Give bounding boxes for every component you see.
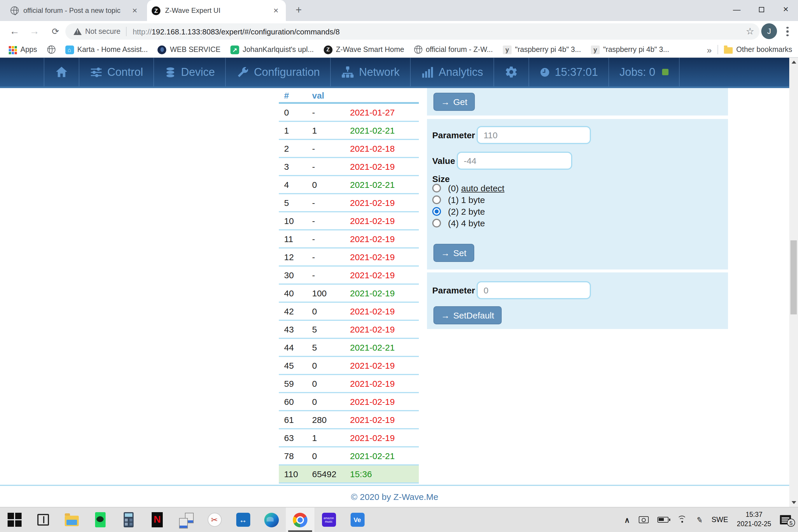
size-radio-option[interactable]: (4) 4 byte (432, 217, 504, 229)
table-row[interactable]: 2 - 2021-02-18 (279, 140, 419, 158)
bookmark-item[interactable]: Apps (8, 45, 37, 54)
table-row[interactable]: 11 - 2021-02-19 (279, 230, 419, 248)
table-row[interactable]: 12 - 2021-02-19 (279, 248, 419, 267)
scrollbar-up-icon[interactable] (789, 58, 798, 66)
set-button[interactable]: Set (433, 244, 474, 262)
new-tab-button[interactable]: + (292, 3, 306, 18)
scrollbar-thumb[interactable] (791, 240, 797, 315)
taskbar-start[interactable] (0, 508, 28, 532)
taskbar-remote-desktop[interactable] (171, 508, 200, 532)
taskbar-vnc[interactable]: Ve (343, 508, 372, 532)
tab-official-forum[interactable]: official forum - Post a new topic × (6, 0, 145, 21)
size-radio-option[interactable]: (0) auto detect (432, 182, 504, 194)
tab-zwave-expert-ui[interactable]: Z Z-Wave Expert UI × (147, 0, 286, 21)
table-row[interactable]: 60 0 2021-02-19 (279, 393, 419, 411)
not-secure-warning-icon[interactable] (74, 28, 82, 35)
table-row[interactable]: 10 - 2021-02-19 (279, 212, 419, 230)
camera-icon[interactable] (639, 516, 649, 523)
bookmark-item[interactable]: ↗ JohanKarlquist's upl... (230, 45, 314, 54)
bookmark-item[interactable] (47, 45, 55, 54)
url-text[interactable]: http://192.168.1.133:8083/expert/#/confi… (133, 27, 754, 36)
table-row[interactable]: 110 65492 15:36 (279, 466, 419, 483)
table-row[interactable]: 44 5 2021-02-21 (279, 339, 419, 357)
taskbar-snipping-tool[interactable]: ✂ (200, 508, 229, 532)
size-radio-option[interactable]: (2) 2 byte (432, 205, 504, 217)
table-row[interactable]: 61 280 2021-02-19 (279, 411, 419, 429)
restore-button[interactable] (749, 0, 774, 19)
security-label[interactable]: Not secure (85, 27, 120, 36)
get-button[interactable]: Get (433, 93, 475, 111)
nav-control[interactable]: Control (79, 58, 154, 86)
nav-home[interactable] (44, 58, 79, 86)
bookmark-item[interactable]: y "raspberry pi 4b" 3... (591, 45, 669, 54)
sitemap-icon (342, 65, 354, 78)
language-indicator[interactable]: SWE (711, 516, 728, 524)
notification-center-icon[interactable]: 5 (780, 515, 791, 525)
taskbar-calculator[interactable] (114, 508, 143, 532)
scrollbar-down-icon[interactable] (789, 498, 798, 507)
parameter-input[interactable] (477, 126, 591, 144)
table-row[interactable]: 5 - 2021-02-19 (279, 194, 419, 212)
reload-button[interactable]: ⟳ (49, 25, 62, 38)
close-button[interactable]: × (774, 0, 798, 19)
bookmark-item[interactable]: Z Z-Wave Smart Home (324, 45, 404, 54)
nav-network[interactable]: Network (330, 58, 410, 86)
table-row[interactable]: 4 0 2021-02-21 (279, 176, 419, 194)
tab-close-icon[interactable]: × (130, 5, 140, 16)
radio-icon[interactable] (432, 195, 441, 204)
taskbar-amazon-music[interactable]: amazon music (315, 508, 343, 532)
nav-jobs[interactable]: Jobs: 0 (608, 58, 680, 86)
taskbar-file-explorer[interactable] (57, 508, 86, 532)
bookmark-star-icon[interactable]: ☆ (746, 26, 754, 37)
radio-icon[interactable] (432, 218, 441, 227)
taskbar-chrome[interactable] (286, 508, 315, 532)
browser-menu-icon[interactable] (782, 24, 793, 39)
table-row[interactable]: 43 5 2021-02-19 (279, 321, 419, 339)
bookmarks-overflow-icon[interactable]: » (707, 45, 712, 55)
nav-analytics[interactable]: Analytics (410, 58, 494, 86)
taskbar-task-view[interactable] (28, 508, 57, 532)
setdefault-button[interactable]: SetDefault (433, 306, 502, 324)
page-scrollbar[interactable] (789, 58, 798, 507)
profile-avatar[interactable]: J (761, 23, 777, 39)
table-row[interactable]: 40 100 2021-02-19 (279, 285, 419, 303)
table-row[interactable]: 78 0 2021-02-21 (279, 448, 419, 466)
table-row[interactable]: 45 0 2021-02-19 (279, 357, 419, 375)
tray-expand-icon[interactable]: ∧ (625, 515, 630, 524)
taskbar-netflix[interactable]: N (143, 508, 171, 532)
taskbar-edge[interactable] (257, 508, 286, 532)
wifi-icon[interactable] (677, 516, 688, 524)
minimize-button[interactable]: — (724, 0, 749, 19)
other-bookmarks[interactable]: Other bookmarks (724, 45, 792, 54)
address-bar[interactable]: Not secure http://192.168.1.133:8083/exp… (65, 23, 760, 40)
radio-icon[interactable] (432, 184, 441, 192)
table-row[interactable]: 1 1 2021-02-21 (279, 122, 419, 140)
tab-close-icon[interactable]: × (271, 5, 281, 16)
taskbar-teamviewer[interactable]: ↔ (229, 508, 257, 532)
back-button[interactable]: ← (8, 25, 21, 38)
bookmark-item[interactable]: ⌂ Karta - Home Assist... (65, 45, 148, 54)
bookmark-item[interactable]: WEB SERVICE (158, 45, 221, 54)
bookmark-item[interactable]: official forum - Z-W... (414, 45, 493, 54)
clock-date[interactable]: 15:37 2021-02-25 (737, 511, 771, 529)
nav-time[interactable]: 15:37:01 (529, 58, 608, 86)
bookmark-label: Z-Wave Smart Home (336, 45, 404, 54)
bookmark-item[interactable]: y "raspberry pi 4b" 3... (503, 45, 581, 54)
table-row[interactable]: 63 1 2021-02-19 (279, 429, 419, 448)
forward-button[interactable]: → (28, 25, 41, 38)
size-radio-option[interactable]: (1) 1 byte (432, 194, 504, 205)
table-row[interactable]: 30 - 2021-02-19 (279, 267, 419, 285)
nav-device[interactable]: Device (154, 58, 226, 86)
value-input[interactable] (457, 152, 572, 170)
table-row[interactable]: 42 0 2021-02-19 (279, 303, 419, 321)
battery-icon[interactable] (658, 517, 668, 522)
radio-icon[interactable] (432, 207, 441, 215)
nav-settings[interactable] (494, 58, 529, 86)
table-row[interactable]: 3 - 2021-02-19 (279, 158, 419, 176)
setdefault-parameter-input[interactable] (477, 281, 591, 299)
taskbar-spotify[interactable] (86, 508, 114, 532)
pen-icon[interactable]: ✎ (696, 515, 703, 525)
nav-configuration[interactable]: Configuration (226, 58, 330, 86)
table-row[interactable]: 59 0 2021-02-19 (279, 375, 419, 393)
table-row[interactable]: 0 - 2021-01-27 (279, 104, 419, 122)
